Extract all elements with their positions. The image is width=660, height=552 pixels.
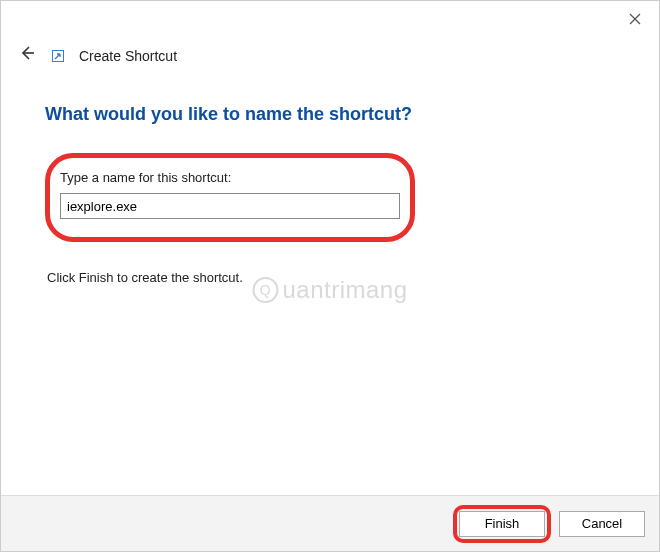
wizard-content: What would you like to name the shortcut… — [1, 74, 659, 285]
wizard-header: Create Shortcut — [1, 37, 659, 74]
cancel-button[interactable]: Cancel — [559, 511, 645, 537]
shortcut-overlay-icon — [51, 49, 65, 63]
shortcut-name-group: Type a name for this shortcut: — [45, 153, 415, 242]
shortcut-name-input[interactable] — [60, 193, 400, 219]
close-icon[interactable] — [625, 9, 645, 29]
button-bar: Finish Cancel — [1, 495, 659, 551]
titlebar — [1, 1, 659, 37]
page-heading: What would you like to name the shortcut… — [45, 104, 615, 125]
back-arrow-icon[interactable] — [17, 45, 37, 66]
finish-highlight: Finish — [453, 505, 551, 543]
wizard-title: Create Shortcut — [79, 48, 177, 64]
finish-instruction: Click Finish to create the shortcut. — [47, 270, 615, 285]
shortcut-name-label: Type a name for this shortcut: — [60, 170, 398, 185]
finish-button[interactable]: Finish — [459, 511, 545, 537]
